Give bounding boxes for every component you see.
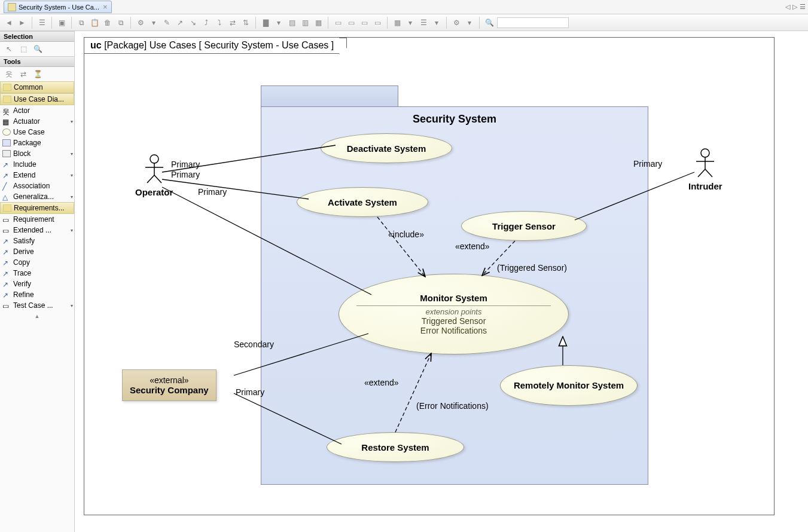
usecase-trigger[interactable]: Trigger Sensor	[461, 211, 587, 241]
palette-tools-header[interactable]: Tools	[0, 56, 74, 67]
svg-point-5	[701, 149, 709, 157]
tool3-icon[interactable]: ↘	[188, 17, 199, 28]
actor-icon	[142, 154, 166, 184]
label-primary: Primary	[633, 159, 662, 169]
tool6-icon[interactable]: ⇄	[227, 17, 238, 28]
palette-actor[interactable]: 웃Actor	[0, 105, 74, 116]
chevron-down-icon[interactable]: ▾	[464, 17, 475, 28]
copy-icon[interactable]: ⧉	[76, 17, 87, 28]
svg-line-4	[154, 175, 161, 183]
align2-icon[interactable]: ▭	[346, 17, 356, 28]
label-include: «include»	[388, 230, 424, 239]
palette-satisfy[interactable]: ↗Satisfy	[0, 236, 74, 246]
palette-verify[interactable]: ↗Verify	[0, 279, 74, 289]
nav-left-icon[interactable]: ◁	[785, 3, 790, 11]
palette-derive[interactable]: ↗Derive	[0, 246, 74, 257]
search-icon[interactable]: 🔍	[484, 17, 495, 28]
palette-testcase[interactable]: ▭Test Case ...▾	[0, 300, 74, 311]
stack3-icon[interactable]: ▦	[313, 17, 324, 28]
nav-list-icon[interactable]: ☰	[800, 3, 806, 11]
duplicate-icon[interactable]: ⧉	[115, 17, 126, 28]
palette-usecase[interactable]: Use Case	[0, 127, 74, 137]
palette-actuator[interactable]: ▦Actuator▾	[0, 116, 74, 127]
actor-icon	[693, 148, 717, 178]
palette-requirement[interactable]: ▭Requirement	[0, 214, 74, 225]
actor-security-company[interactable]: «external» Security Company	[122, 369, 217, 401]
palette-requirements-header[interactable]: Requirements...	[0, 202, 74, 214]
editor-tab[interactable]: Security System - Use Ca... ×	[4, 1, 112, 13]
tool5-icon[interactable]: ⤵	[214, 17, 225, 28]
zoom-icon[interactable]: 🔍	[32, 44, 43, 54]
align4-icon[interactable]: ▭	[372, 17, 383, 28]
usecase-activate[interactable]: Activate System	[297, 187, 428, 217]
tool2-icon[interactable]: ↗	[175, 17, 185, 28]
marquee-icon[interactable]: ⬚	[18, 44, 29, 54]
svg-line-3	[147, 175, 154, 183]
svg-line-8	[698, 169, 705, 177]
tree-icon[interactable]: ☰	[36, 17, 47, 28]
label-primary: Primary	[171, 170, 200, 179]
link-tool-icon[interactable]: ⇄	[18, 69, 29, 80]
palette-selection-header[interactable]: Selection	[0, 31, 74, 42]
chevron-down-icon[interactable]: ▾	[431, 17, 442, 28]
actor-tool-icon[interactable]: 웃	[4, 69, 14, 80]
palette: Selection ↖ ⬚ 🔍 Tools 웃 ⇄ ⏳ Common Use C…	[0, 31, 75, 532]
stack2-icon[interactable]: ▥	[300, 17, 310, 28]
align1-icon[interactable]: ▭	[333, 17, 343, 28]
palette-copy[interactable]: ↗Copy	[0, 257, 74, 268]
palette-common-header[interactable]: Common	[0, 81, 74, 93]
nav-right-icon[interactable]: ▷	[792, 3, 797, 11]
usecase-deactivate[interactable]: Deactivate System	[321, 133, 452, 163]
chevron-down-icon[interactable]: ▾	[148, 17, 159, 28]
usecase-monitor[interactable]: Monitor System extension points Triggere…	[339, 274, 569, 354]
svg-line-9	[705, 169, 712, 177]
tool1-icon[interactable]: ✎	[161, 17, 172, 28]
svg-point-0	[150, 155, 158, 163]
stack1-icon[interactable]: ▤	[286, 17, 297, 28]
palette-trace[interactable]: ↗Trace	[0, 268, 74, 279]
palette-diagram-header[interactable]: Use Case Dia...	[0, 93, 74, 105]
palette-refine[interactable]: ↗Refine	[0, 289, 74, 300]
diagram-canvas[interactable]: uc [Package] Use Cases [ Security System…	[75, 31, 808, 532]
palette-extended[interactable]: ▭Extended ...▾	[0, 225, 74, 236]
label-error-notif: (Error Notifications)	[416, 401, 489, 411]
forward-icon[interactable]: ►	[17, 17, 28, 28]
palette-package[interactable]: Package	[0, 137, 74, 148]
diagram-icon	[8, 3, 16, 11]
usecase-remotely[interactable]: Remotely Monitor System	[500, 365, 638, 406]
grid-icon[interactable]: ▦	[392, 17, 403, 28]
delete-icon[interactable]: 🗑	[102, 17, 113, 28]
chevron-down-icon[interactable]: ▾	[273, 17, 284, 28]
filter-icon[interactable]: ▣	[56, 17, 67, 28]
palette-generalization[interactable]: △Generaliza...▾	[0, 191, 74, 202]
label-triggered-sensor: (Triggered Sensor)	[497, 263, 567, 273]
tab-bar: Security System - Use Ca... × ◁ ▷ ☰	[0, 0, 808, 14]
palette-extend[interactable]: ↗Extend▾	[0, 170, 74, 181]
palette-include[interactable]: ↗Include	[0, 159, 74, 170]
close-icon[interactable]: ×	[103, 2, 108, 11]
label-extend: «extend»	[364, 378, 399, 387]
time-tool-icon[interactable]: ⏳	[32, 69, 43, 80]
list-icon[interactable]: ☰	[418, 17, 429, 28]
label-primary: Primary	[236, 387, 264, 397]
gear-icon[interactable]: ⚙	[451, 17, 462, 28]
tab-nav: ◁ ▷ ☰	[785, 3, 806, 11]
palette-collapse-icon[interactable]: ▲	[0, 311, 74, 322]
back-icon[interactable]: ◄	[4, 17, 14, 28]
toolbar: ◄ ► ☰ ▣ ⧉ 📋 🗑 ⧉ ⚙ ▾ ✎ ↗ ↘ ⤴ ⤵ ⇄ ⇅ ▇ ▾ ▤ …	[0, 14, 808, 31]
tool7-icon[interactable]: ⇅	[240, 17, 251, 28]
actor-intruder[interactable]: Intruder	[688, 148, 722, 191]
layout-icon[interactable]: ⚙	[135, 17, 146, 28]
usecase-restore[interactable]: Restore System	[327, 432, 464, 462]
fill-icon[interactable]: ▇	[260, 17, 271, 28]
paste-icon[interactable]: 📋	[89, 17, 100, 28]
palette-block[interactable]: Block▾	[0, 148, 74, 159]
pointer-icon[interactable]: ↖	[4, 44, 14, 54]
search-input[interactable]	[497, 17, 569, 28]
label-secondary: Secondary	[234, 340, 274, 349]
tool4-icon[interactable]: ⤴	[201, 17, 212, 28]
chevron-down-icon[interactable]: ▾	[405, 17, 416, 28]
actor-operator[interactable]: Operator	[135, 154, 173, 197]
align3-icon[interactable]: ▭	[359, 17, 370, 28]
palette-association[interactable]: ╱Association	[0, 181, 74, 191]
